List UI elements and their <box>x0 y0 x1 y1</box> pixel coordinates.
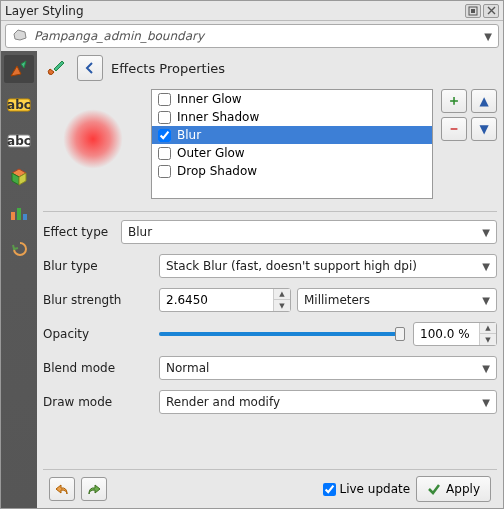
sidebar-labels-abc-white[interactable]: abc <box>4 127 34 155</box>
effects-properties-title: Effects Properties <box>111 61 225 76</box>
spin-buttons: ▲▼ <box>479 323 496 345</box>
svg-text:abc: abc <box>7 98 31 112</box>
spin-down[interactable]: ▼ <box>274 300 290 311</box>
panel-body: abc abc Effects Pr <box>1 51 503 508</box>
preview-dot <box>63 109 123 169</box>
blur-strength-field[interactable] <box>166 293 273 307</box>
sidebar-3d[interactable] <box>4 163 34 191</box>
blur-strength-unit: Millimeters <box>304 293 482 307</box>
footer: Live update Apply <box>43 469 497 508</box>
effect-checkbox[interactable] <box>158 165 171 178</box>
blur-type-label: Blur type <box>43 259 153 273</box>
chevron-down-icon: ▼ <box>482 363 490 374</box>
check-icon <box>427 482 441 496</box>
spin-down[interactable]: ▼ <box>480 334 496 345</box>
chevron-down-icon: ▼ <box>484 31 492 42</box>
opacity-control: ▲▼ <box>159 322 497 346</box>
sidebar: abc abc <box>1 51 37 508</box>
undock-button[interactable] <box>465 4 481 18</box>
slider-thumb[interactable] <box>395 327 405 341</box>
slider-fill <box>159 332 400 336</box>
live-update-label: Live update <box>340 482 411 496</box>
sidebar-history[interactable] <box>4 235 34 263</box>
layer-selector[interactable]: Pampanga_admin_boundary ▼ <box>5 24 499 48</box>
blur-type-value: Stack Blur (fast, doesn't support high d… <box>166 259 482 273</box>
sidebar-labels-abc-yellow[interactable]: abc <box>4 91 34 119</box>
svg-rect-8 <box>23 214 27 220</box>
chevron-down-icon: ▼ <box>482 227 490 238</box>
live-update-input[interactable] <box>323 483 336 496</box>
svg-rect-7 <box>17 208 21 220</box>
effects-list-buttons: ＋ ▲ － ▼ <box>441 89 497 199</box>
blur-type-select[interactable]: Stack Blur (fast, doesn't support high d… <box>159 254 497 278</box>
sidebar-diagrams[interactable] <box>4 199 34 227</box>
effect-type-select[interactable]: Blur ▼ <box>121 220 497 244</box>
effect-label: Blur <box>177 128 201 142</box>
spin-up[interactable]: ▲ <box>274 289 290 300</box>
live-update-checkbox[interactable]: Live update <box>323 482 411 496</box>
blur-strength-input[interactable]: ▲▼ <box>159 288 291 312</box>
draw-mode-label: Draw mode <box>43 395 153 409</box>
main-area: Effects Properties Inner GlowInner Shado… <box>37 51 503 508</box>
up-icon: ▲ <box>479 94 488 108</box>
effect-preview <box>43 89 143 189</box>
apply-button[interactable]: Apply <box>416 476 491 502</box>
effect-label: Outer Glow <box>177 146 245 160</box>
blur-type-row: Blur type Stack Blur (fast, doesn't supp… <box>43 254 497 278</box>
chevron-down-icon: ▼ <box>482 261 490 272</box>
effect-label: Inner Shadow <box>177 110 259 124</box>
draw-mode-row: Draw mode Render and modify ▼ <box>43 390 497 414</box>
spin-buttons: ▲▼ <box>273 289 290 311</box>
undo-button[interactable] <box>49 477 75 501</box>
chevron-down-icon: ▼ <box>482 397 490 408</box>
minus-icon: － <box>447 120 461 138</box>
plus-icon: ＋ <box>447 92 461 110</box>
effect-item[interactable]: Outer Glow <box>152 144 432 162</box>
spin-up[interactable]: ▲ <box>480 323 496 334</box>
effect-item[interactable]: Blur <box>152 126 432 144</box>
effect-checkbox[interactable] <box>158 111 171 124</box>
close-button[interactable] <box>483 4 499 18</box>
move-up-button[interactable]: ▲ <box>471 89 497 113</box>
effect-checkbox[interactable] <box>158 147 171 160</box>
blur-strength-unit-select[interactable]: Millimeters ▼ <box>297 288 497 312</box>
redo-button[interactable] <box>81 477 107 501</box>
svg-rect-6 <box>11 212 15 220</box>
spacer <box>43 424 497 469</box>
effect-checkbox[interactable] <box>158 129 171 142</box>
chevron-down-icon: ▼ <box>482 295 490 306</box>
svg-text:abc: abc <box>7 134 31 148</box>
effect-type-row: Effect type Blur ▼ <box>43 220 497 244</box>
draw-mode-value: Render and modify <box>166 395 482 409</box>
apply-label: Apply <box>446 482 480 496</box>
header-row: Effects Properties <box>43 55 497 81</box>
blur-strength-row: Blur strength ▲▼ Millimeters ▼ <box>43 288 497 312</box>
opacity-label: Opacity <box>43 327 153 341</box>
draw-mode-select[interactable]: Render and modify ▼ <box>159 390 497 414</box>
effect-label: Drop Shadow <box>177 164 257 178</box>
back-button[interactable] <box>77 55 103 81</box>
effect-checkbox[interactable] <box>158 93 171 106</box>
effect-type-label: Effect type <box>43 225 115 239</box>
sidebar-symbology[interactable] <box>4 55 34 83</box>
add-effect-button[interactable]: ＋ <box>441 89 467 113</box>
blend-mode-select[interactable]: Normal ▼ <box>159 356 497 380</box>
effect-type-value: Blur <box>128 225 482 239</box>
effect-item[interactable]: Inner Shadow <box>152 108 432 126</box>
polygon-icon <box>12 28 28 45</box>
panel-title: Layer Styling <box>5 4 463 18</box>
effect-item[interactable]: Drop Shadow <box>152 162 432 180</box>
remove-effect-button[interactable]: － <box>441 117 467 141</box>
effects-list[interactable]: Inner GlowInner ShadowBlurOuter GlowDrop… <box>151 89 433 199</box>
blur-strength-label: Blur strength <box>43 293 153 307</box>
move-down-button[interactable]: ▼ <box>471 117 497 141</box>
opacity-slider[interactable] <box>159 325 405 343</box>
layer-styling-panel: Layer Styling Pampanga_admin_boundary ▼ … <box>0 0 504 509</box>
blend-mode-value: Normal <box>166 361 482 375</box>
opacity-field[interactable] <box>420 327 479 341</box>
down-icon: ▼ <box>479 122 488 136</box>
opacity-input[interactable]: ▲▼ <box>413 322 497 346</box>
effect-item[interactable]: Inner Glow <box>152 90 432 108</box>
brush-icon <box>43 55 69 81</box>
effect-label: Inner Glow <box>177 92 242 106</box>
